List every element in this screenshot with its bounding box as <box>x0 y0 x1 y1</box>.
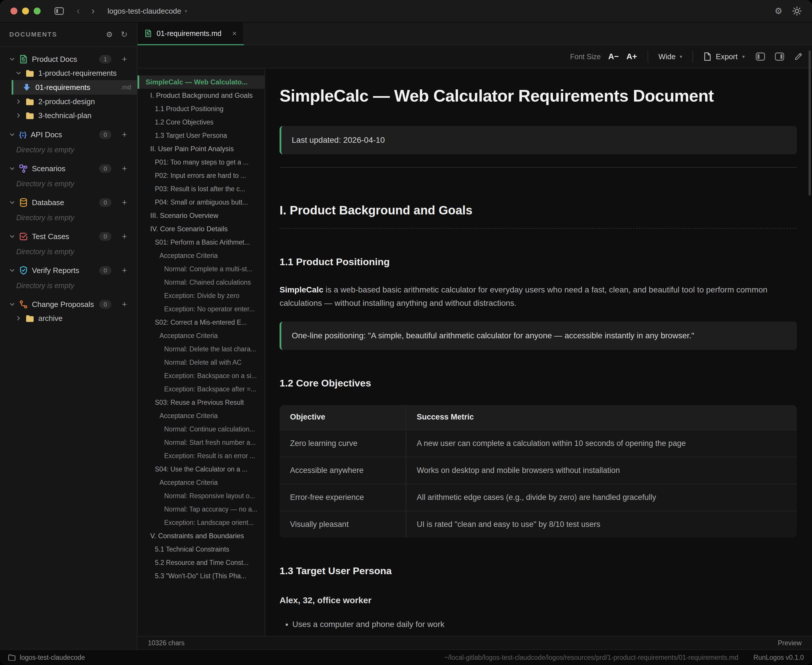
sidebar-section-change-proposals[interactable]: Change Proposals 0 + <box>0 297 137 311</box>
sidebar-toggle-icon[interactable] <box>54 7 64 15</box>
chevron-right-icon[interactable] <box>16 99 21 105</box>
toc-item[interactable]: 1.1 Product Positioning <box>137 102 265 115</box>
toc-item[interactable]: Normal: Responsive layout o... <box>137 489 265 503</box>
toc-item[interactable]: 5.1 Technical Constraints <box>137 542 265 556</box>
toc-item[interactable]: Exception: Divide by zero <box>137 289 265 302</box>
add-change-proposal-button[interactable]: + <box>121 300 128 309</box>
toc-item[interactable]: P01: Too many steps to get a ... <box>137 156 265 169</box>
toc-item[interactable]: SimpleCalc — Web Calculato... <box>137 75 265 89</box>
toc-item-label: P02: Input errors are hard to ... <box>155 172 246 180</box>
font-decrease-button[interactable]: A− <box>608 52 619 61</box>
settings-gear-icon[interactable]: ⚙ <box>774 7 783 15</box>
minimize-window-button[interactable] <box>22 8 29 15</box>
count-badge: 0 <box>99 232 111 241</box>
toc-item[interactable]: P03: Result is lost after the c... <box>137 182 265 195</box>
toc-item[interactable]: Normal: Delete all with AC <box>137 356 265 369</box>
toc-item[interactable]: II. User Pain Point Analysis <box>137 142 265 156</box>
theme-sun-icon[interactable] <box>792 7 802 16</box>
toc-item[interactable]: Normal: Delete the last chara... <box>137 342 265 356</box>
toc-item[interactable]: I. Product Background and Goals <box>137 89 265 102</box>
panel-left-toggle-icon[interactable] <box>756 52 765 61</box>
toc-item[interactable]: Normal: Continue calculation... <box>137 423 265 436</box>
toc-item[interactable]: III. Scenario Overview <box>137 209 265 222</box>
toolbar-divider <box>693 51 693 62</box>
toc-item[interactable]: S04: Use the Calculator on a ... <box>137 462 265 476</box>
toc-item[interactable]: Acceptance Criteria <box>137 249 265 262</box>
chevron-right-icon[interactable] <box>16 315 21 321</box>
toc-item[interactable]: Exception: No operator enter... <box>137 302 265 316</box>
refresh-icon[interactable]: ↻ <box>121 31 127 39</box>
toc-item[interactable]: Normal: Start fresh number a... <box>137 436 265 449</box>
chevron-down-icon[interactable] <box>16 70 21 76</box>
toc-item[interactable]: Acceptance Criteria <box>137 409 265 423</box>
sidebar-folder-archive[interactable]: archive <box>0 311 137 325</box>
width-mode-dropdown[interactable]: Wide ▾ <box>658 52 682 61</box>
font-increase-button[interactable]: A+ <box>626 52 637 61</box>
chevron-down-icon[interactable] <box>9 132 15 138</box>
toc-item[interactable]: Normal: Chained calculations <box>137 276 265 289</box>
add-document-button[interactable]: + <box>121 55 128 64</box>
sidebar-folder-1-product-requirements[interactable]: 1-product-requirements <box>0 66 137 80</box>
toc-item[interactable]: Exception: Backspace after =... <box>137 382 265 396</box>
section-label: Verify Reports <box>32 266 79 275</box>
markdown-preview[interactable]: SimpleCalc — Web Calculator Requirements… <box>265 69 812 636</box>
toc-item[interactable]: 1.3 Target User Persona <box>137 129 265 142</box>
sidebar-section-test-cases[interactable]: Test Cases 0 + <box>0 229 137 243</box>
nav-back-button[interactable]: ‹ <box>77 5 80 15</box>
panel-right-toggle-icon[interactable] <box>775 52 784 61</box>
title-caret-icon[interactable]: ▾ <box>185 8 187 14</box>
close-tab-icon[interactable]: × <box>232 29 237 37</box>
toc-item[interactable]: S03: Reuse a Previous Result <box>137 396 265 409</box>
sidebar-section-product-docs[interactable]: Product Docs 1 + <box>0 52 137 66</box>
toc-item[interactable]: Exception: Backspace on a si... <box>137 369 265 382</box>
chevron-right-icon[interactable] <box>16 113 21 118</box>
download-arrow-icon <box>23 83 31 92</box>
toc-item[interactable]: Exception: Result is an error ... <box>137 449 265 462</box>
scrollbar-thumb[interactable] <box>809 51 811 195</box>
toc-item[interactable]: S01: Perform a Basic Arithmet... <box>137 236 265 249</box>
preview-mode-label[interactable]: Preview <box>778 639 802 647</box>
sidebar-section-scenarios[interactable]: Scenarios 0 + <box>0 162 137 175</box>
chevron-down-icon[interactable] <box>9 234 15 239</box>
add-verify-report-button[interactable]: + <box>121 266 128 275</box>
toc-item[interactable]: V. Constraints and Boundaries <box>137 529 265 542</box>
sidebar-folder-2-product-design[interactable]: 2-product-design <box>0 95 137 108</box>
traffic-lights <box>10 8 41 15</box>
toc-item[interactable]: S02: Correct a Mis-entered E... <box>137 316 265 329</box>
chevron-down-icon[interactable] <box>9 165 15 172</box>
toc-item[interactable]: Acceptance Criteria <box>137 329 265 342</box>
toc-item[interactable]: P02: Input errors are hard to ... <box>137 169 265 182</box>
tab-01-requirements[interactable]: 01-requirements.md × <box>137 23 244 45</box>
add-scenario-button[interactable]: + <box>121 164 128 173</box>
sidebar-section-verify-reports[interactable]: Verify Reports 0 + <box>0 264 137 277</box>
sidebar-file-01-requirements[interactable]: 01-requirements .md <box>11 80 137 95</box>
chevron-down-icon[interactable] <box>9 301 15 307</box>
documents-settings-icon[interactable]: ⚙ <box>106 31 113 38</box>
edit-pencil-icon[interactable] <box>794 52 803 61</box>
toc-item[interactable]: Exception: Landscape orient... <box>137 516 265 529</box>
chevron-down-icon[interactable] <box>9 200 15 205</box>
toc-item[interactable]: IV. Core Scenario Details <box>137 222 265 236</box>
add-database-button[interactable]: + <box>121 198 128 207</box>
sidebar-section-database[interactable]: Database 0 + <box>0 195 137 210</box>
zoom-window-button[interactable] <box>34 8 41 15</box>
toc-item[interactable]: P04: Small or ambiguous butt... <box>137 195 265 209</box>
close-window-button[interactable] <box>10 8 17 15</box>
chevron-down-icon[interactable] <box>9 267 15 273</box>
toc-item[interactable]: 5.2 Resource and Time Const... <box>137 556 265 569</box>
toc-item[interactable]: Normal: Tap accuracy — no a... <box>137 503 265 516</box>
toc-item[interactable]: Normal: Complete a multi-st... <box>137 262 265 276</box>
toc-item[interactable]: Acceptance Criteria <box>137 476 265 489</box>
add-api-doc-button[interactable]: + <box>121 130 128 139</box>
toolbar-divider <box>647 51 648 62</box>
sidebar-section-api-docs[interactable]: {∶} API Docs 0 + <box>0 128 137 142</box>
persona-name: Alex, 32, office worker <box>279 595 797 606</box>
status-row: 10326 chars Preview <box>137 636 812 649</box>
toc-item[interactable]: 5.3 "Won't-Do" List (This Pha... <box>137 569 265 583</box>
add-test-case-button[interactable]: + <box>121 232 128 241</box>
nav-forward-button[interactable]: › <box>91 5 95 15</box>
chevron-down-icon[interactable] <box>9 56 15 62</box>
export-button[interactable]: Export ▾ <box>704 52 745 61</box>
sidebar-folder-3-technical-plan[interactable]: 3-technical-plan <box>0 108 137 123</box>
toc-item[interactable]: 1.2 Core Objectives <box>137 115 265 129</box>
